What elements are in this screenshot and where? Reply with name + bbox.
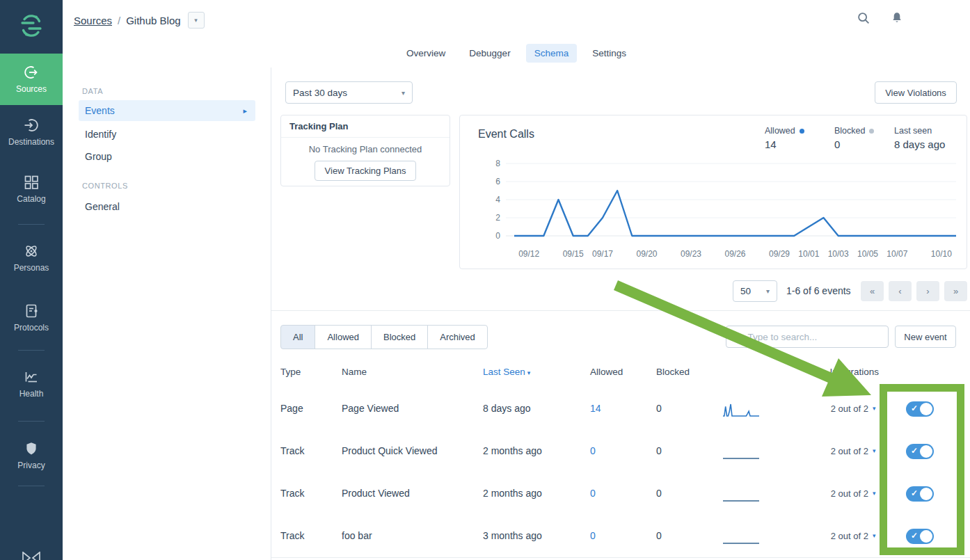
source-switcher-button[interactable]: ▾ bbox=[188, 12, 205, 29]
legend-value: 0 bbox=[834, 138, 874, 150]
search-input[interactable] bbox=[746, 331, 882, 343]
legend-label: Allowed bbox=[765, 126, 795, 136]
event-last-seen: 2 months ago bbox=[483, 472, 542, 515]
filter-all[interactable]: All bbox=[280, 325, 315, 349]
event-last-seen: 8 days ago bbox=[483, 387, 531, 430]
first-page-button[interactable]: « bbox=[861, 281, 884, 301]
sidebar-item-personas[interactable]: Personas bbox=[0, 243, 63, 273]
event-sparkline bbox=[722, 400, 761, 418]
nav-item-general[interactable]: General bbox=[79, 196, 255, 217]
event-integrations[interactable]: 2 out of 2 bbox=[807, 430, 868, 472]
date-range-select[interactable]: Past 30 days ▾ bbox=[285, 81, 413, 104]
event-sparkline bbox=[722, 485, 761, 503]
chevron-down-icon[interactable]: ▾ bbox=[873, 472, 876, 515]
filter-blocked[interactable]: Blocked bbox=[371, 325, 428, 349]
event-allowed-count[interactable]: 0 bbox=[590, 472, 596, 515]
sidebar-divider bbox=[18, 486, 45, 486]
sidebar-item-sources[interactable]: Sources bbox=[0, 54, 63, 105]
sidebar-divider bbox=[18, 224, 45, 225]
nav-item-label: Events bbox=[85, 105, 115, 116]
page-size-select[interactable]: 50 ▾ bbox=[733, 280, 777, 302]
health-icon bbox=[23, 369, 40, 385]
tab-debugger[interactable]: Debugger bbox=[461, 44, 518, 63]
filter-allowed[interactable]: Allowed bbox=[315, 325, 372, 349]
table-row: Track Product Quick Viewed 2 months ago … bbox=[271, 430, 970, 473]
sidebar-divider bbox=[18, 421, 45, 422]
svg-text:8: 8 bbox=[495, 159, 500, 168]
sidebar-item-health[interactable]: Health bbox=[0, 369, 63, 399]
breadcrumb-current: Github Blog bbox=[126, 15, 180, 26]
event-allowed-count[interactable]: 14 bbox=[590, 387, 601, 430]
event-calls-chart: 0246809/1209/1509/1709/2009/2309/2609/29… bbox=[472, 154, 967, 264]
nav-item-identify[interactable]: Identify bbox=[79, 124, 255, 145]
event-enabled-toggle[interactable]: ✓ bbox=[906, 529, 934, 544]
toggle-knob bbox=[920, 445, 932, 458]
nav-section-controls: CONTROLS bbox=[82, 182, 128, 190]
bell-icon[interactable] bbox=[889, 10, 905, 26]
event-integrations[interactable]: 2 out of 2 bbox=[807, 472, 868, 515]
event-blocked-count: 0 bbox=[656, 515, 662, 557]
svg-text:09/29: 09/29 bbox=[769, 249, 790, 259]
last-page-button[interactable]: » bbox=[944, 281, 967, 301]
sidebar: Sources Destinations Catalog bbox=[0, 0, 63, 560]
chevron-down-icon[interactable]: ▾ bbox=[873, 430, 876, 472]
chart-title: Event Calls bbox=[478, 128, 534, 141]
column-integrations: Integrations bbox=[807, 367, 879, 377]
column-last-seen[interactable]: Last Seen▾ bbox=[483, 367, 530, 377]
personas-icon bbox=[23, 243, 40, 259]
svg-text:6: 6 bbox=[495, 177, 500, 186]
sidebar-item-catalog[interactable]: Catalog bbox=[0, 174, 63, 204]
tab-schema[interactable]: Schema bbox=[526, 44, 578, 63]
chevron-down-icon[interactable]: ▾ bbox=[873, 515, 876, 557]
main-content: Past 30 days ▾ View Violations Tracking … bbox=[271, 67, 970, 560]
svg-text:09/23: 09/23 bbox=[681, 249, 701, 259]
event-enabled-toggle[interactable]: ✓ bbox=[906, 401, 934, 417]
svg-text:09/17: 09/17 bbox=[592, 249, 613, 259]
breadcrumb: Sources / Github Blog ▾ bbox=[74, 12, 205, 29]
event-type: Page bbox=[280, 387, 303, 430]
next-page-button[interactable]: › bbox=[916, 281, 939, 301]
sidebar-item-protocols[interactable]: Protocols bbox=[0, 303, 63, 333]
sidebar-item-privacy[interactable]: Privacy bbox=[0, 440, 63, 470]
view-violations-button[interactable]: View Violations bbox=[875, 81, 957, 104]
legend-label: Last seen bbox=[894, 126, 932, 136]
new-event-button[interactable]: New event bbox=[895, 326, 956, 348]
event-enabled-toggle[interactable]: ✓ bbox=[906, 444, 934, 459]
nav-item-events[interactable]: ▸ Events bbox=[79, 100, 255, 121]
event-allowed-count[interactable]: 0 bbox=[590, 515, 596, 557]
nav-section-data: DATA bbox=[82, 87, 103, 95]
tab-settings[interactable]: Settings bbox=[584, 44, 635, 63]
view-violations-label: View Violations bbox=[885, 88, 946, 98]
sidebar-item-destinations[interactable]: Destinations bbox=[0, 117, 63, 147]
chevron-down-icon[interactable]: ▾ bbox=[873, 387, 876, 430]
event-integrations[interactable]: 2 out of 2 bbox=[807, 515, 868, 557]
allowed-dot-icon bbox=[800, 129, 804, 134]
pagination-summary: 1-6 of 6 events bbox=[786, 285, 851, 296]
svg-text:10/01: 10/01 bbox=[798, 249, 819, 259]
sidebar-divider bbox=[18, 350, 45, 351]
event-filter-group: All Allowed Blocked Archived bbox=[280, 325, 488, 349]
topbar: Sources / Github Blog ▾ L ▾ bbox=[63, 0, 970, 39]
sidebar-item-label: Protocols bbox=[0, 323, 63, 333]
event-sparkline bbox=[722, 527, 761, 545]
prev-page-button[interactable]: ‹ bbox=[889, 281, 912, 301]
event-name: foo bar bbox=[342, 515, 372, 557]
event-enabled-toggle[interactable]: ✓ bbox=[906, 486, 934, 502]
nav-item-group[interactable]: Group bbox=[79, 146, 255, 167]
toggle-knob bbox=[920, 530, 932, 543]
blocked-dot-icon bbox=[869, 129, 874, 134]
breadcrumb-sources-link[interactable]: Sources bbox=[74, 15, 112, 26]
event-name: Page Viewed bbox=[342, 387, 399, 430]
tab-overview[interactable]: Overview bbox=[398, 44, 454, 63]
filter-archived[interactable]: Archived bbox=[427, 325, 488, 349]
event-integrations[interactable]: 2 out of 2 bbox=[807, 387, 868, 430]
view-tracking-plans-button[interactable]: View Tracking Plans bbox=[315, 161, 417, 181]
column-name: Name bbox=[342, 367, 367, 377]
search-icon[interactable] bbox=[856, 10, 871, 26]
sources-icon bbox=[23, 64, 40, 81]
table-row: Page Page Viewed 8 days ago 14 0 2 out o… bbox=[271, 387, 970, 431]
event-allowed-count[interactable]: 0 bbox=[590, 430, 596, 472]
destinations-icon bbox=[23, 117, 40, 134]
toggle-knob bbox=[920, 488, 932, 500]
tracking-plan-title: Tracking Plan bbox=[281, 115, 450, 138]
